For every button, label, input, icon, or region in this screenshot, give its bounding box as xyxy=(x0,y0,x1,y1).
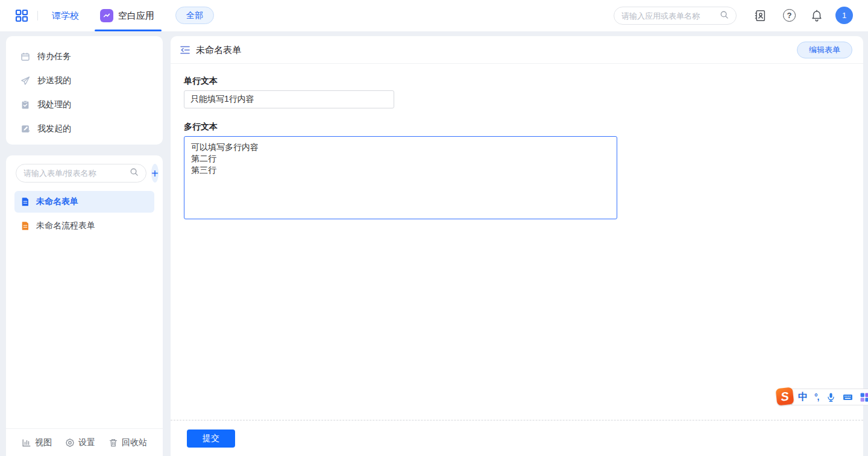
global-search-input[interactable] xyxy=(621,11,720,20)
ime-language-toggle[interactable]: 中 xyxy=(798,391,808,404)
top-navbar: 谭学校 空白应用 全部 ? xyxy=(0,0,868,31)
calendar-icon xyxy=(20,52,30,61)
footer-item-label: 视图 xyxy=(35,437,52,448)
footer-item-label: 回收站 xyxy=(122,437,147,448)
microphone-icon[interactable] xyxy=(826,392,836,402)
sidebar-footer: 视图 设置 回收站 xyxy=(6,428,163,456)
chart-icon xyxy=(22,438,31,448)
ime-punctuation-toggle[interactable]: °, xyxy=(814,392,819,402)
footer-item-label: 设置 xyxy=(78,437,95,448)
sidebar-item-todo-tasks[interactable]: 待办任务 xyxy=(6,45,163,69)
sidebar-item-label: 待办任务 xyxy=(37,51,71,62)
help-icon[interactable]: ? xyxy=(783,9,796,22)
form-list: 未命名表单 未命名流程表单 xyxy=(6,191,163,237)
sidebar-item-initiated-by-me[interactable]: 我发起的 xyxy=(6,117,163,141)
single-line-text-input[interactable] xyxy=(184,90,394,108)
form-item-label: 未命名表单 xyxy=(36,196,78,207)
blue-file-icon xyxy=(20,197,30,207)
multi-line-text-input[interactable]: 可以填写多行内容 第二行 第三行 xyxy=(184,136,617,219)
sidebar-item-label: 我处理的 xyxy=(37,99,71,110)
sidebar-forms-card: + 未命名表单 未命名流程表单 xyxy=(6,155,163,456)
search-icon xyxy=(720,10,729,22)
page-title: 未命名表单 xyxy=(196,36,241,64)
workspace-link[interactable]: 谭学校 xyxy=(52,0,79,31)
user-avatar[interactable]: 1 xyxy=(835,7,853,24)
add-form-button[interactable]: + xyxy=(151,164,159,183)
form-list-item-untitled-form[interactable]: 未命名表单 xyxy=(14,191,154,213)
sidebar-item-cc-to-me[interactable]: 抄送我的 xyxy=(6,69,163,93)
trash-icon xyxy=(108,438,118,448)
tab-blank-app[interactable]: 空白应用 xyxy=(100,0,154,31)
global-search xyxy=(614,7,737,25)
sidebar-item-label: 我发起的 xyxy=(37,123,71,134)
sogou-ime-logo[interactable]: S xyxy=(776,387,794,406)
sidebar-footer-views[interactable]: 视图 xyxy=(22,437,52,448)
notifications-bell-icon[interactable] xyxy=(810,9,823,22)
form-header: 未命名表单 编辑表单 xyxy=(171,36,863,64)
filter-all-pill[interactable]: 全部 xyxy=(175,7,214,24)
keyboard-icon[interactable] xyxy=(843,392,853,402)
app-icon xyxy=(100,9,113,22)
field-label-single-line-text: 单行文本 xyxy=(184,76,218,87)
ime-toolbar: 中 °, xyxy=(791,389,868,405)
send-icon xyxy=(20,76,30,86)
gear-icon xyxy=(65,438,75,448)
form-detail-panel: 未命名表单 编辑表单 单行文本 多行文本 可以填写多行内容 第二行 第三行 提交 xyxy=(171,36,863,456)
sogou-logo-glyph: S xyxy=(780,389,790,404)
form-search-input[interactable] xyxy=(24,169,130,178)
form-list-item-untitled-flow-form[interactable]: 未命名流程表单 xyxy=(14,215,154,237)
sidebar-item-processed-by-me[interactable]: 我处理的 xyxy=(6,93,163,117)
sidebar-item-label: 抄送我的 xyxy=(37,75,71,86)
form-search xyxy=(16,164,146,183)
footer-divider xyxy=(171,420,863,420)
submit-button[interactable]: 提交 xyxy=(187,429,235,448)
app-tab-label: 空白应用 xyxy=(118,10,154,22)
collapse-sidebar-icon[interactable] xyxy=(180,45,190,55)
sidebar-footer-recycle-bin[interactable]: 回收站 xyxy=(108,437,147,448)
sidebar-tasks-card: 待办任务 抄送我的 我处理的 我发起的 xyxy=(6,36,163,145)
navbar-divider xyxy=(37,11,38,20)
search-icon xyxy=(130,167,139,179)
help-glyph: ? xyxy=(787,11,792,20)
orange-file-icon xyxy=(20,221,30,231)
form-item-label: 未命名流程表单 xyxy=(36,220,95,231)
edit-form-button[interactable]: 编辑表单 xyxy=(797,42,852,58)
edit-doc-icon xyxy=(20,124,30,134)
ime-toolbox-grid-icon[interactable] xyxy=(860,392,868,402)
clipboard-check-icon xyxy=(20,100,30,110)
avatar-label: 1 xyxy=(842,11,846,20)
contacts-icon[interactable] xyxy=(753,9,767,22)
active-tab-underline xyxy=(95,30,162,31)
field-label-multi-line-text: 多行文本 xyxy=(184,122,218,133)
sidebar-footer-settings[interactable]: 设置 xyxy=(65,437,95,448)
apps-grid-icon[interactable] xyxy=(14,8,29,23)
app-screen: 谭学校 空白应用 全部 ? xyxy=(0,0,868,456)
